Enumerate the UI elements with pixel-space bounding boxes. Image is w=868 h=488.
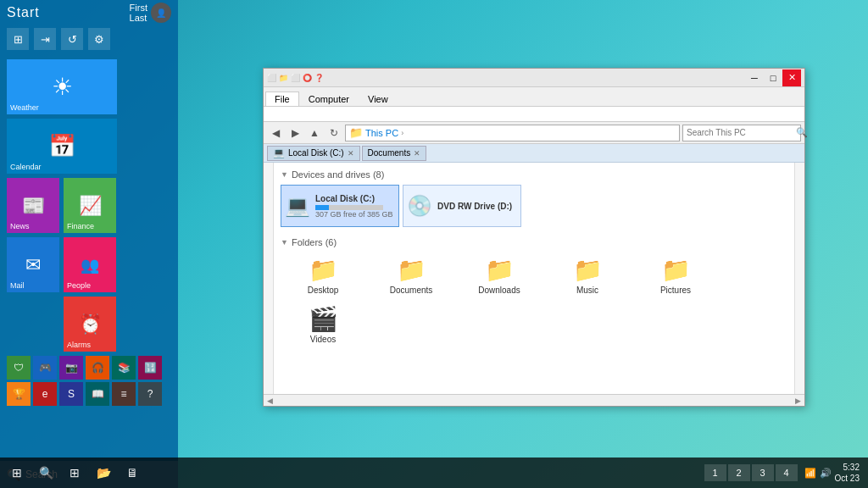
start-button[interactable]: ⊞ bbox=[3, 459, 31, 486]
power-button[interactable]: ⊞ bbox=[7, 28, 29, 50]
drive-item-d[interactable]: 💿 DVD RW Drive (D:) bbox=[403, 185, 521, 227]
folder-documents[interactable]: 📁 Documents bbox=[369, 252, 453, 298]
drive-icon-c: 💻 bbox=[285, 194, 310, 218]
refresh-button[interactable]: ↻ bbox=[326, 125, 342, 141]
search-box: 🔍 bbox=[682, 125, 801, 141]
people-tile[interactable]: 👥 People bbox=[64, 237, 116, 292]
small-tile-4[interactable]: 🎧 bbox=[86, 356, 109, 380]
page-1-button[interactable]: 1 bbox=[704, 464, 726, 481]
page-2-button[interactable]: 2 bbox=[728, 464, 750, 481]
page-4-button[interactable]: 4 bbox=[776, 464, 798, 481]
drive-name-c: Local Disk (C:) bbox=[315, 194, 393, 203]
close-button[interactable]: ✕ bbox=[782, 69, 801, 86]
up-button[interactable]: ▲ bbox=[306, 125, 323, 141]
devices-section-header: ▼ Devices and drives (8) bbox=[281, 169, 787, 180]
maximize-button[interactable]: □ bbox=[764, 69, 782, 86]
folder-icon-documents: 📁 bbox=[397, 256, 426, 284]
small-tile-3[interactable]: 📷 bbox=[59, 356, 83, 380]
back-button[interactable]: ◀ bbox=[267, 125, 284, 141]
address-bar: ◀ ▶ ▲ ↻ 📁 This PC › 🔍 bbox=[264, 122, 804, 144]
devices-grid: 💻 Local Disk (C:) 307 GB free of 385 GB … bbox=[281, 185, 787, 227]
small-tile-6[interactable]: 🔢 bbox=[138, 356, 162, 380]
window-titlebar: ⬜ 📁 ⬜ ⭕ ❓ ─ □ ✕ bbox=[264, 69, 804, 87]
bc-close-documents[interactable]: ✕ bbox=[414, 149, 420, 158]
folder-name-pictures: Pictures bbox=[660, 286, 691, 295]
small-tile-5[interactable]: 📚 bbox=[112, 356, 136, 380]
folder-videos[interactable]: 🎬 Videos bbox=[281, 302, 365, 347]
weather-tile[interactable]: ☀ Weather bbox=[7, 59, 117, 114]
small-tile-11[interactable]: ≡ bbox=[112, 382, 136, 406]
sync-button[interactable]: ↺ bbox=[61, 28, 83, 50]
folder-icon-music: 📁 bbox=[573, 256, 603, 284]
titlebar-icon-5: ❓ bbox=[314, 74, 324, 82]
taskbar-right: 1 2 3 4 📶 🔊 5:32 Oct 23 bbox=[704, 462, 865, 484]
clock-date: Oct 23 bbox=[835, 474, 860, 483]
folder-name-desktop: Desktop bbox=[308, 286, 339, 295]
folder-name-videos: Videos bbox=[310, 335, 336, 344]
folder-music[interactable]: 📁 Music bbox=[545, 252, 630, 298]
small-tile-12[interactable]: ? bbox=[138, 382, 162, 406]
drive-name-d: DVD RW Drive (D:) bbox=[437, 202, 512, 211]
calendar-tile[interactable]: 📅 Calendar bbox=[7, 119, 117, 174]
folders-label: Folders (6) bbox=[292, 237, 337, 247]
bc-tab-localdisk[interactable]: 💻 Local Disk (C:) ✕ bbox=[267, 146, 360, 161]
folders-arrow: ▼ bbox=[281, 238, 288, 247]
forward-button[interactable]: ▶ bbox=[287, 125, 303, 141]
task-view-button[interactable]: ⊞ bbox=[61, 459, 88, 486]
bc-label-documents: Documents bbox=[368, 148, 411, 158]
explorer-body: ▼ Devices and drives (8) 💻 Local Disk (C… bbox=[264, 163, 804, 394]
folder-name-downloads: Downloads bbox=[478, 286, 520, 295]
folder-icon-pictures: 📁 bbox=[661, 256, 691, 284]
user-avatar[interactable]: 👤 bbox=[151, 3, 171, 23]
start-title: Start bbox=[7, 5, 40, 20]
ribbon-tabs: File Computer View bbox=[264, 87, 804, 106]
small-tile-row-2: 🏆 e S 📖 ≡ ? bbox=[7, 382, 171, 406]
titlebar-icons: ⬜ 📁 ⬜ ⭕ ❓ bbox=[267, 74, 324, 82]
settings-button[interactable]: ⚙ bbox=[88, 28, 110, 50]
alarms-tile[interactable]: ⏰ Alarms bbox=[64, 297, 116, 352]
explorer-search-input[interactable] bbox=[687, 128, 794, 137]
user-info: First Last 👤 bbox=[130, 3, 171, 23]
taskbar: ⊞ 🔍 ⊞ 📂 🖥 1 2 3 4 📶 🔊 5:32 Oct 23 bbox=[0, 458, 868, 488]
small-tile-2[interactable]: 🎮 bbox=[33, 356, 57, 380]
clock: 5:32 Oct 23 bbox=[835, 462, 860, 484]
folder-pictures[interactable]: 📁 Pictures bbox=[633, 252, 718, 298]
nav-pane bbox=[264, 163, 274, 394]
scroll-left[interactable]: ◀ bbox=[267, 396, 273, 405]
tiles-area: ☀ Weather 📅 Calendar 📰 News 📈 Finance bbox=[0, 53, 178, 461]
minimize-button[interactable]: ─ bbox=[745, 69, 764, 86]
bc-tab-documents[interactable]: Documents ✕ bbox=[362, 146, 427, 161]
bc-close-localdisk[interactable]: ✕ bbox=[348, 149, 354, 158]
tab-view[interactable]: View bbox=[359, 92, 398, 106]
folders-section-header: ▼ Folders (6) bbox=[281, 237, 787, 247]
small-tile-10[interactable]: 📖 bbox=[86, 382, 109, 406]
tab-computer[interactable]: Computer bbox=[299, 92, 359, 106]
search-taskbar-button[interactable]: 🔍 bbox=[32, 459, 59, 486]
finance-tile[interactable]: 📈 Finance bbox=[64, 178, 116, 233]
scroll-right[interactable]: ▶ bbox=[795, 396, 801, 405]
small-tile-9[interactable]: S bbox=[59, 382, 83, 406]
news-tile[interactable]: 📰 News bbox=[7, 178, 59, 233]
content-pane: ▼ Devices and drives (8) 💻 Local Disk (C… bbox=[274, 163, 794, 394]
devices-arrow: ▼ bbox=[281, 170, 288, 179]
small-tile-1[interactable]: 🛡 bbox=[7, 356, 31, 380]
drive-item-c[interactable]: 💻 Local Disk (C:) 307 GB free of 385 GB bbox=[281, 185, 399, 227]
explorer-taskbar-button[interactable]: 📂 bbox=[90, 459, 117, 486]
folder-downloads[interactable]: 📁 Downloads bbox=[457, 252, 542, 298]
breadcrumb-tabs: 💻 Local Disk (C:) ✕ Documents ✕ bbox=[264, 144, 804, 163]
desktop-button[interactable]: 🖥 bbox=[119, 459, 146, 486]
tab-file[interactable]: File bbox=[265, 92, 299, 106]
path-root[interactable]: This PC bbox=[365, 128, 398, 138]
page-3-button[interactable]: 3 bbox=[752, 464, 774, 481]
drive-icon-d: 💿 bbox=[407, 194, 432, 218]
small-tile-7[interactable]: 🏆 bbox=[7, 382, 31, 406]
small-tile-8[interactable]: e bbox=[33, 382, 57, 406]
titlebar-icon-4: ⭕ bbox=[303, 74, 312, 82]
titlebar-icon-2: 📁 bbox=[279, 74, 288, 82]
folder-desktop[interactable]: 📁 Desktop bbox=[281, 252, 365, 298]
folder-name-documents: Documents bbox=[390, 286, 433, 295]
mail-tile[interactable]: ✉ Mail bbox=[7, 237, 59, 292]
small-tile-row-1: 🛡 🎮 📷 🎧 📚 🔢 bbox=[7, 356, 171, 380]
start-panel: Start First Last 👤 ⊞ ⇥ ↺ ⚙ ☀ Weather 📅 bbox=[0, 0, 178, 488]
switch-button[interactable]: ⇥ bbox=[34, 28, 56, 50]
